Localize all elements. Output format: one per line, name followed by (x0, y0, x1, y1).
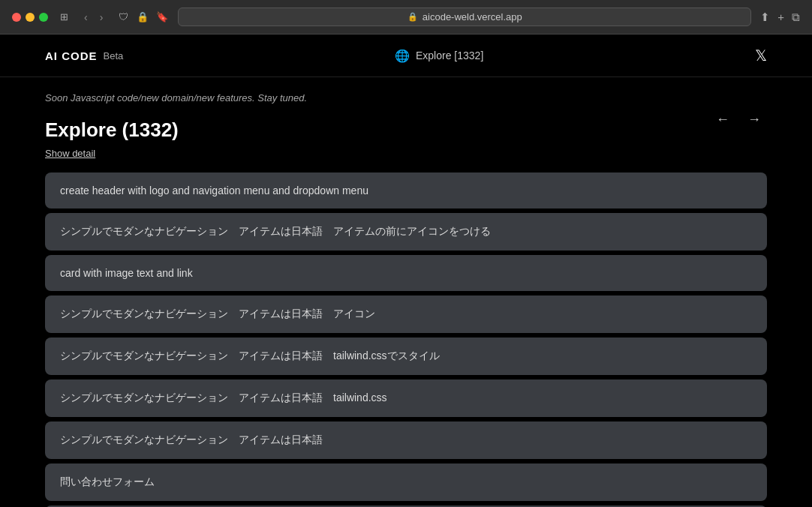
nav-link-text: Explore [1332] (416, 50, 483, 62)
maximize-button[interactable] (39, 13, 48, 22)
bookmark-icon: 🔖 (155, 10, 169, 24)
header-nav-link[interactable]: 🌐 Explore [1332] (395, 49, 483, 63)
tagline: Soon Javascript code/new domain/new feat… (45, 92, 767, 104)
list-item[interactable]: シンプルでモダンなナビゲーション アイテムは日本語 tailwind.css (45, 380, 767, 417)
browser-nav[interactable]: ‹ › (80, 10, 107, 25)
list-item[interactable]: シンプルでモダンなナビゲーション アイテムは日本語 tailwind.cssでス… (45, 338, 767, 375)
shield-area: 🛡 🔒 🔖 (116, 10, 169, 24)
new-tab-button[interactable]: + (777, 10, 784, 23)
prev-arrow-button[interactable]: ← (710, 109, 735, 130)
url-text: aicode-weld.vercel.app (423, 11, 522, 22)
twitter-link[interactable]: 𝕏 (755, 46, 767, 64)
list-item[interactable]: card with image text and link (45, 255, 767, 291)
list-item[interactable]: シンプルでモダンなナビゲーション アイテムは日本語 アイコン (45, 296, 767, 333)
beta-badge: Beta (104, 50, 124, 62)
twitter-icon: 𝕏 (755, 47, 767, 64)
show-detail-link[interactable]: Show detail (45, 148, 95, 159)
page-title: Explore (1332) (45, 118, 767, 142)
minimize-button[interactable] (26, 13, 35, 22)
browser-chrome: ⊞ ‹ › 🛡 🔒 🔖 🔒 aicode-weld.vercel.app ⬆ +… (0, 0, 812, 34)
traffic-lights (12, 13, 48, 22)
close-button[interactable] (12, 13, 21, 22)
share-button[interactable]: ⬆ (760, 10, 770, 24)
address-bar[interactable]: 🔒 aicode-weld.vercel.app (178, 8, 751, 26)
pagination-arrows: ← → (710, 109, 767, 130)
sidebar-icon[interactable]: ⊞ (57, 10, 71, 24)
privacy-icon: 🔒 (136, 10, 149, 24)
app-title: AI CODE (45, 50, 98, 62)
app-header: AI CODE Beta 🌐 Explore [1332] 𝕏 (0, 34, 812, 77)
lock-icon: 🔒 (408, 12, 418, 22)
globe-icon: 🌐 (395, 49, 410, 63)
list-item[interactable]: create header with logo and navigation m… (45, 172, 767, 208)
list-item[interactable]: 問い合わせフォーム (45, 464, 767, 501)
shield-icon: 🛡 (116, 10, 130, 24)
forward-button[interactable]: › (95, 10, 108, 25)
back-button[interactable]: ‹ (80, 10, 92, 25)
header-left: AI CODE Beta (45, 50, 123, 62)
app-wrapper: AI CODE Beta 🌐 Explore [1332] 𝕏 Soon Jav… (0, 34, 812, 507)
tab-overview-button[interactable]: ⧉ (792, 10, 800, 24)
browser-actions: ⬆ + ⧉ (760, 10, 800, 24)
next-arrow-button[interactable]: → (741, 109, 767, 130)
list-item[interactable]: シンプルでモダンなナビゲーション アイテムは日本語 (45, 422, 767, 459)
main-content: Soon Javascript code/new domain/new feat… (0, 77, 812, 507)
items-list: create header with logo and navigation m… (45, 172, 767, 507)
list-item[interactable]: シンプルでモダンなナビゲーション アイテムは日本語 アイテムの前にアイコンをつけ… (45, 213, 767, 250)
sidebar-toggle-area: ⊞ (57, 10, 71, 24)
